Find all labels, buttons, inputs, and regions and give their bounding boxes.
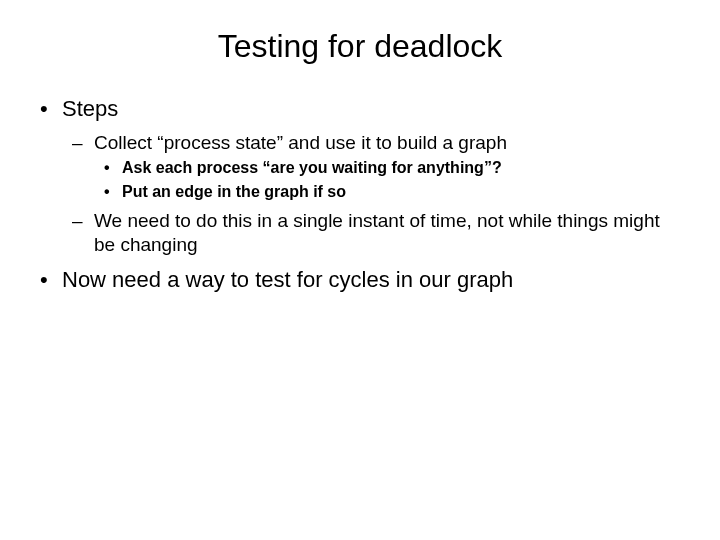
- list-item: Put an edge in the graph if so: [100, 182, 686, 203]
- bullet-text: Put an edge in the graph if so: [122, 183, 346, 200]
- bullet-list-level2: Collect “process state” and use it to bu…: [62, 131, 686, 257]
- slide: Testing for deadlock Steps Collect “proc…: [0, 0, 720, 540]
- bullet-list-level1: Steps Collect “process state” and use it…: [34, 95, 686, 294]
- list-item: Steps Collect “process state” and use it…: [34, 95, 686, 256]
- bullet-text: Steps: [62, 96, 118, 121]
- bullet-text: Now need a way to test for cycles in our…: [62, 267, 513, 292]
- list-item: Collect “process state” and use it to bu…: [68, 131, 686, 203]
- list-item: We need to do this in a single instant o…: [68, 209, 686, 257]
- list-item: Now need a way to test for cycles in our…: [34, 266, 686, 294]
- slide-body: Steps Collect “process state” and use it…: [0, 95, 720, 294]
- bullet-text: We need to do this in a single instant o…: [94, 210, 660, 255]
- slide-title: Testing for deadlock: [0, 0, 720, 95]
- bullet-text: Collect “process state” and use it to bu…: [94, 132, 507, 153]
- list-item: Ask each process “are you waiting for an…: [100, 158, 686, 179]
- bullet-text: Ask each process “are you waiting for an…: [122, 159, 502, 176]
- bullet-list-level3: Ask each process “are you waiting for an…: [94, 158, 686, 203]
